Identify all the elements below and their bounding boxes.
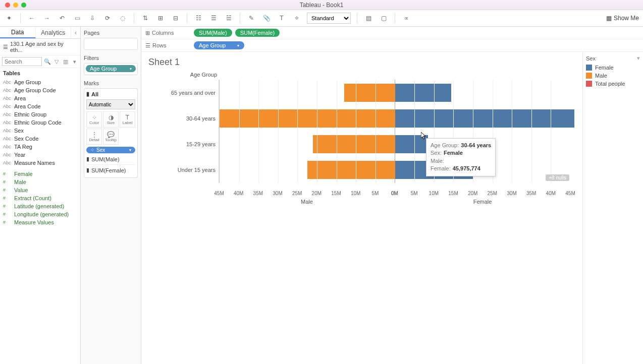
search-input[interactable] [2, 57, 42, 66]
legend-menu-icon[interactable]: ▾ [637, 55, 640, 62]
save-icon[interactable]: ▭ [72, 13, 82, 23]
field-measure[interactable]: #Female [2, 170, 78, 178]
axis-tick: 35M [253, 191, 263, 196]
sort-desc-icon[interactable]: ⊟ [171, 13, 181, 23]
field-measure[interactable]: #Measure Values [2, 218, 78, 226]
view-icon[interactable]: ▥ [62, 58, 69, 65]
totals-icon[interactable]: ☱ [224, 13, 234, 23]
shelves-column: Pages Filters Age Group▾ Marks ▮All Auto… [81, 27, 141, 364]
axis-tick: 5M [371, 191, 379, 196]
new-worksheet-icon[interactable]: ◌ [118, 13, 128, 23]
fit-select[interactable]: Standard [307, 13, 351, 24]
axis-tick: 20M [468, 191, 477, 196]
swap-icon[interactable]: ⇅ [140, 13, 150, 23]
bar-icon: ▮ [86, 167, 89, 173]
field-dimension[interactable]: AbcAge Group [2, 78, 78, 86]
axis-tick: 20M [312, 191, 322, 196]
legend-item[interactable]: Female [586, 65, 640, 71]
field-dimension[interactable]: AbcTA Reg [2, 143, 78, 151]
text-icon[interactable]: T [277, 13, 287, 23]
field-measure[interactable]: #Male [2, 178, 78, 186]
collapse-pane-icon[interactable]: ‹ [71, 27, 80, 38]
axis-tick: 10M [351, 191, 360, 196]
bar-male[interactable] [307, 161, 395, 179]
new-data-icon[interactable]: ⇩ [87, 13, 97, 23]
sheet-title[interactable]: Sheet 1 [148, 57, 575, 68]
marks-card: ▮All Automatic ⁘Color ◑Size TLabel ⋮Deta… [84, 88, 138, 178]
marks-size-button[interactable]: ◑Size [103, 111, 119, 128]
marks-tooltip-button[interactable]: 💬Tooltip [103, 129, 119, 145]
rows-pill-agegroup[interactable]: Age Group▾ [194, 41, 244, 49]
color-pill-icon: ⁘ [90, 147, 94, 153]
refresh-icon[interactable]: ⟳ [102, 13, 113, 23]
pin-icon[interactable]: 📎 [261, 13, 272, 23]
mark-type-select[interactable]: Automatic [86, 99, 135, 109]
sheet-canvas[interactable]: Sheet 1 Age Group 65 years and over30-64… [141, 52, 582, 364]
bar-female[interactable] [395, 84, 452, 102]
search-icon[interactable]: 🔍 [44, 58, 51, 65]
marks-measure-female[interactable]: ▮SUM(Female) [86, 164, 135, 175]
show-me-button[interactable]: ▦ Show Me [606, 15, 639, 22]
axis-tick: 40M [234, 191, 243, 196]
undo-icon[interactable]: ↶ [57, 13, 67, 23]
columns-pill-female[interactable]: SUM(Female) [235, 29, 280, 37]
bar-female[interactable] [395, 109, 574, 128]
tab-analytics[interactable]: Analytics [36, 27, 72, 38]
axis-tick: 25M [292, 191, 302, 196]
field-measure[interactable]: #Extract (Count) [2, 194, 78, 202]
marks-shelf-title: Marks [84, 80, 138, 86]
field-measure[interactable]: #Value [2, 186, 78, 194]
legend-item[interactable]: Total people [586, 81, 640, 87]
window-title: Tableau - Book1 [300, 2, 344, 9]
columns-icon: ⊞ [145, 30, 150, 36]
marks-label-button[interactable]: TLabel [120, 111, 135, 128]
datasource-row[interactable]: ☰ 130.1 Age and sex by eth... [0, 39, 80, 55]
group-icon[interactable]: ☷ [193, 13, 203, 23]
marks-all-label: All [91, 91, 98, 97]
filter-fields-icon[interactable]: ▽ [53, 58, 60, 65]
field-dimension[interactable]: AbcSex [2, 127, 78, 135]
field-measure[interactable]: #Latitude (generated) [2, 202, 78, 210]
show-labels-icon[interactable]: ☰ [208, 13, 219, 23]
axis-tick: 10M [429, 191, 439, 196]
filter-pill-agegroup[interactable]: Age Group▾ [86, 65, 136, 72]
field-dimension[interactable]: AbcAge Group Code [2, 86, 78, 94]
field-dimension[interactable]: AbcEthnic Group [2, 110, 78, 118]
field-dimension[interactable]: AbcMeasure Names [2, 159, 78, 167]
marks-detail-button[interactable]: ⋮Detail [86, 129, 102, 145]
filters-shelf[interactable]: Age Group▾ [84, 63, 138, 75]
field-dimension[interactable]: AbcEthnic Group Code [2, 118, 78, 127]
datasource-icon: ☰ [3, 44, 8, 50]
field-dimension[interactable]: AbcYear [2, 151, 78, 159]
logo-icon[interactable]: ✦ [4, 13, 14, 23]
sort-asc-icon[interactable]: ⊞ [155, 13, 166, 23]
bar-male[interactable] [313, 135, 395, 153]
tab-data[interactable]: Data [0, 27, 36, 38]
back-icon[interactable]: ← [27, 13, 37, 23]
legend-item[interactable]: Male [586, 73, 640, 79]
minimize-window-icon[interactable] [13, 3, 18, 8]
bar-male[interactable] [344, 84, 395, 102]
marks-measure-male[interactable]: ▮SUM(Male) [86, 153, 135, 164]
columns-shelf[interactable]: ⊞Columns SUM(Male) SUM(Female) [141, 27, 643, 39]
menu-icon[interactable]: ▾ [71, 58, 78, 65]
presentation-icon[interactable]: ▢ [379, 13, 389, 23]
columns-pill-male[interactable]: SUM(Male) [194, 29, 232, 37]
rows-shelf[interactable]: ☰Rows Age Group▾ [141, 39, 643, 52]
share-icon[interactable]: ∝ [401, 13, 411, 23]
pages-shelf[interactable] [84, 38, 138, 50]
bar-male[interactable] [220, 109, 395, 128]
marks-color-button[interactable]: ⁘Color [86, 111, 102, 128]
highlight-icon[interactable]: ✎ [246, 13, 256, 23]
field-dimension[interactable]: AbcArea [2, 94, 78, 102]
forward-icon[interactable]: → [42, 13, 52, 23]
field-measure[interactable]: #Longitude (generated) [2, 210, 78, 218]
nulls-badge[interactable]: +8 nulls [546, 174, 569, 181]
close-window-icon[interactable] [5, 3, 10, 8]
field-dimension[interactable]: AbcArea Code [2, 102, 78, 110]
tooltip-icon[interactable]: ✧ [292, 13, 302, 23]
maximize-window-icon[interactable] [21, 3, 26, 8]
field-dimension[interactable]: AbcSex Code [2, 135, 78, 143]
show-cards-icon[interactable]: ▤ [363, 13, 373, 23]
marks-color-pill-sex[interactable]: ⁘Sex ▾ [86, 147, 135, 153]
